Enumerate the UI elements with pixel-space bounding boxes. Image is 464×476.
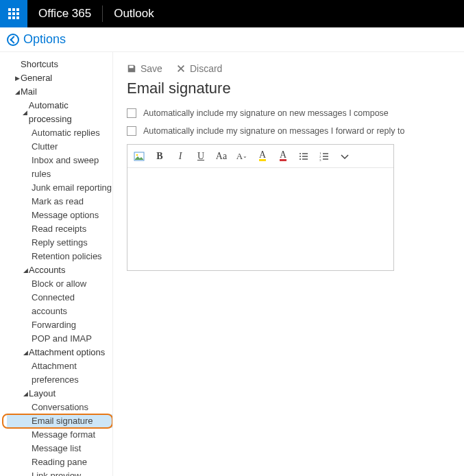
nav-conversations[interactable]: Conversations bbox=[7, 401, 112, 414]
svg-rect-14 bbox=[302, 156, 308, 156]
checkbox-icon[interactable] bbox=[127, 108, 136, 118]
font-size-button[interactable]: A⌄ bbox=[236, 150, 248, 163]
check-auto-new-label: Automatically include my signature on ne… bbox=[143, 108, 389, 118]
svg-rect-16 bbox=[302, 158, 308, 159]
check-auto-new[interactable]: Automatically include my signature on ne… bbox=[127, 108, 450, 118]
discard-icon bbox=[176, 64, 186, 73]
svg-rect-18 bbox=[323, 153, 328, 154]
font-case-button[interactable]: Aa bbox=[215, 150, 228, 163]
svg-text:3: 3 bbox=[319, 158, 321, 162]
italic-button[interactable]: I bbox=[174, 150, 186, 163]
nav-attach-prefs[interactable]: Attachment preferences bbox=[7, 359, 112, 387]
nav-junk[interactable]: Junk email reporting bbox=[7, 181, 112, 195]
svg-rect-1 bbox=[12, 8, 15, 11]
bullet-list-icon[interactable] bbox=[297, 150, 310, 163]
nav-pop-imap[interactable]: POP and IMAP bbox=[7, 332, 112, 346]
nav-email-signature[interactable]: Email signature bbox=[7, 414, 112, 428]
nav-mail-label: Mail bbox=[21, 85, 37, 99]
nav-attach-opts[interactable]: ◢Attachment options bbox=[7, 346, 112, 359]
main-content: Save Discard Email signature Automatical… bbox=[113, 52, 464, 476]
editor-toolbar: B I U Aa A⌄ A A 123 bbox=[127, 145, 393, 168]
nav-auto-replies[interactable]: Automatic replies bbox=[7, 126, 112, 140]
nav-accounts[interactable]: ◢Accounts bbox=[7, 263, 112, 277]
nav-block-allow[interactable]: Block or allow bbox=[7, 277, 112, 291]
underline-button[interactable]: U bbox=[195, 150, 207, 163]
check-auto-reply-label: Automatically include my signature on me… bbox=[143, 126, 404, 136]
svg-rect-22 bbox=[323, 158, 328, 159]
save-label: Save bbox=[141, 63, 162, 74]
nav-general-label: General bbox=[21, 71, 52, 85]
insert-image-icon[interactable] bbox=[133, 150, 145, 163]
nav-reading-pane[interactable]: Reading pane bbox=[7, 455, 112, 469]
nav-msg-options[interactable]: Message options bbox=[7, 209, 112, 222]
nav-clutter[interactable]: Clutter bbox=[7, 140, 112, 154]
brand-label: Office 365 bbox=[27, 7, 102, 21]
nav-forwarding[interactable]: Forwarding bbox=[7, 318, 112, 332]
svg-rect-7 bbox=[12, 16, 15, 19]
svg-rect-4 bbox=[12, 12, 15, 15]
svg-rect-2 bbox=[16, 8, 19, 11]
svg-point-11 bbox=[300, 153, 301, 154]
font-size-a: A bbox=[236, 151, 243, 162]
page-title: Email signature bbox=[127, 80, 450, 97]
options-title: Options bbox=[23, 32, 66, 47]
svg-rect-20 bbox=[323, 156, 328, 156]
checkbox-icon[interactable] bbox=[127, 126, 136, 136]
nav-attach-opts-label: Attachment options bbox=[29, 346, 105, 359]
number-list-icon[interactable]: 123 bbox=[318, 150, 330, 163]
highlight-button[interactable]: A bbox=[256, 150, 269, 163]
check-auto-reply[interactable]: Automatically include my signature on me… bbox=[127, 126, 450, 136]
nav-general[interactable]: ▶General bbox=[7, 71, 112, 85]
back-icon[interactable] bbox=[7, 34, 19, 46]
save-button[interactable]: Save bbox=[127, 63, 162, 74]
nav-shortcuts[interactable]: Shortcuts bbox=[7, 58, 112, 71]
svg-point-10 bbox=[136, 154, 138, 156]
highlight-a: A bbox=[259, 152, 266, 161]
font-color-button[interactable]: A bbox=[277, 150, 289, 163]
svg-rect-3 bbox=[8, 12, 11, 15]
signature-editor: B I U Aa A⌄ A A 123 bbox=[127, 144, 394, 271]
nav-mark-read[interactable]: Mark as read bbox=[7, 195, 112, 209]
nav-msg-list[interactable]: Message list bbox=[7, 442, 112, 455]
nav-mail[interactable]: ◢Mail bbox=[7, 85, 112, 99]
nav-reply-settings[interactable]: Reply settings bbox=[7, 236, 112, 250]
more-formatting-icon[interactable] bbox=[339, 150, 351, 163]
nav-read-receipts[interactable]: Read receipts bbox=[7, 222, 112, 236]
nav-connected[interactable]: Connected accounts bbox=[7, 291, 112, 318]
svg-rect-12 bbox=[302, 153, 308, 154]
discard-label: Discard bbox=[190, 63, 222, 74]
app-label: Outlook bbox=[103, 7, 165, 21]
svg-point-15 bbox=[300, 158, 301, 160]
nav-link-preview[interactable]: Link preview bbox=[7, 469, 112, 476]
discard-button[interactable]: Discard bbox=[176, 63, 222, 74]
signature-textarea[interactable] bbox=[127, 168, 393, 270]
fontcolor-a: A bbox=[280, 152, 286, 161]
svg-rect-5 bbox=[16, 12, 19, 15]
settings-sidebar: Shortcuts ▶General ◢Mail ◢Automatic proc… bbox=[0, 52, 113, 476]
save-icon bbox=[127, 64, 136, 73]
nav-layout-label: Layout bbox=[29, 387, 56, 401]
nav-msg-format[interactable]: Message format bbox=[7, 428, 112, 442]
nav-layout[interactable]: ◢Layout bbox=[7, 387, 112, 401]
svg-rect-8 bbox=[16, 16, 19, 19]
nav-inbox-rules[interactable]: Inbox and sweep rules bbox=[7, 154, 112, 181]
nav-retention[interactable]: Retention policies bbox=[7, 250, 112, 263]
svg-point-13 bbox=[300, 156, 301, 157]
nav-accounts-label: Accounts bbox=[29, 263, 65, 277]
nav-auto-processing-label: Automatic processing bbox=[29, 99, 112, 126]
app-launcher-icon[interactable] bbox=[0, 0, 27, 27]
svg-rect-6 bbox=[8, 16, 11, 19]
nav-auto-processing[interactable]: ◢Automatic processing bbox=[7, 99, 112, 126]
svg-rect-0 bbox=[8, 8, 11, 11]
bold-button[interactable]: B bbox=[154, 150, 166, 163]
